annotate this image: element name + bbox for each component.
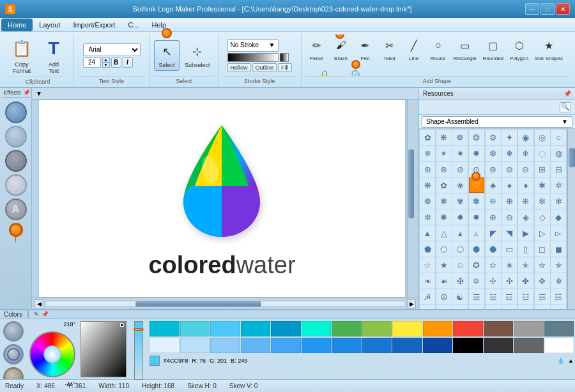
shape-cell[interactable]: ⊛ [420, 162, 435, 177]
effect-item-3[interactable] [5, 150, 27, 172]
shape-cell[interactable]: ♠ [502, 177, 517, 193]
shape-cell[interactable]: ◈ [518, 209, 533, 225]
palette-cell[interactable] [210, 338, 240, 353]
palette-cell[interactable] [514, 338, 544, 353]
palette-cell[interactable] [150, 338, 180, 353]
shape-cell[interactable]: ✪ [469, 257, 484, 273]
shape-cell[interactable]: ❋ [436, 130, 452, 145]
resources-scrollbar[interactable] [567, 129, 575, 309]
palette-cell[interactable] [302, 321, 332, 336]
canvas-area[interactable]: ▼ [32, 88, 418, 309]
palette-cell[interactable] [150, 321, 180, 336]
shape-cell[interactable]: ◍ [551, 146, 566, 161]
shape-cell[interactable]: ☲ [502, 289, 517, 305]
palette-cell[interactable] [302, 338, 332, 353]
palette-cell[interactable] [210, 321, 240, 336]
shape-cell[interactable]: ☴ [535, 289, 550, 305]
scroll-left-btn[interactable]: ◀ [34, 299, 43, 308]
shape-cell[interactable]: ◥ [502, 225, 517, 241]
canvas-workspace[interactable]: coloredwater [38, 100, 406, 298]
minimize-button[interactable]: — [525, 3, 539, 15]
shape-cell[interactable]: ▭ [502, 241, 517, 257]
palette-cell[interactable] [453, 338, 483, 353]
shape-cell[interactable]: ✻ [551, 193, 566, 209]
font-size-down[interactable]: ▼ [102, 63, 110, 68]
shape-cell[interactable]: ▻ [551, 225, 566, 241]
shape-cell[interactable]: ❁ [420, 193, 435, 209]
shape-cell[interactable]: △ [436, 225, 452, 241]
shape-cell[interactable]: ◎ [535, 130, 550, 145]
search-button[interactable]: 🔍 [560, 102, 571, 112]
effect-pin-item[interactable] [5, 223, 27, 250]
palette-cell[interactable] [362, 338, 392, 353]
colors-close-icon[interactable]: 📌 [42, 311, 49, 317]
shape-grid[interactable]: ✿ ❋ ☸ ❂ ⚙ ✦ ◉ ◎ ○ ✵ ✶ ✷ ✸ ❆ ❅ ❄ [419, 129, 567, 309]
palette-cell[interactable] [453, 321, 483, 336]
shape-cell[interactable]: ▷ [535, 225, 550, 241]
shape-cell[interactable]: ⬟ [420, 241, 435, 257]
stroke-display[interactable]: No Stroke ▼ [227, 39, 279, 52]
shape-cell[interactable]: ☱ [486, 289, 501, 305]
current-color-swatch[interactable] [150, 356, 160, 366]
shape-cell[interactable]: ❊ [486, 193, 501, 209]
shape-cell[interactable]: ◇ [535, 209, 550, 225]
shape-cell[interactable]: ✾ [452, 193, 468, 209]
shape-cell[interactable]: ◻ [535, 241, 550, 257]
shape-cell[interactable]: ◌ [535, 146, 550, 161]
shape-cell[interactable]: ▯ [518, 241, 533, 257]
zoom-button[interactable]: 🔍 Zoom [346, 64, 369, 76]
shape-cell[interactable]: ☙ [436, 273, 452, 289]
shape-cell[interactable]: ✶ [436, 146, 452, 161]
shape-cell[interactable]: ❉ [502, 193, 517, 209]
h-scroll-thumb[interactable] [135, 301, 261, 306]
gradient-canvas[interactable] [80, 321, 126, 377]
effect-item-4[interactable] [5, 174, 27, 196]
window-controls[interactable]: — □ ✕ [525, 3, 570, 15]
menu-item-home[interactable]: Home [1, 19, 33, 31]
outline-button[interactable]: Outline [252, 63, 277, 72]
shape-cell[interactable]: ⬡ [452, 241, 468, 257]
shape-cell[interactable]: ♣ [486, 177, 501, 193]
shape-cell[interactable]: ❧ [420, 273, 435, 289]
palette-cell[interactable] [544, 321, 574, 336]
bold-button[interactable]: B [111, 57, 121, 68]
shape-cell[interactable]: ⊚ [486, 162, 501, 177]
h-scroll-track[interactable] [45, 301, 406, 307]
shape-cell[interactable]: ✦ [502, 130, 517, 145]
brush-button[interactable]: 🖌 Brush [330, 34, 353, 63]
hollow-button[interactable]: Hollow [227, 63, 251, 72]
palette-cell[interactable] [544, 338, 574, 353]
shape-cell[interactable]: ✺ [436, 209, 452, 225]
shape-cell[interactable]: ❄ [518, 146, 533, 161]
shape-cell[interactable]: ✷ [452, 146, 468, 161]
shape-cell[interactable]: ✸ [469, 209, 484, 225]
palette-cell[interactable] [362, 321, 392, 336]
menu-item-layout[interactable]: Layout [33, 19, 66, 31]
shape-cell[interactable]: ✠ [452, 273, 468, 289]
menu-item-c[interactable]: C... [121, 19, 145, 31]
shape-cell[interactable]: ☯ [452, 289, 468, 305]
add-text-button[interactable]: T Add Text [38, 34, 69, 77]
shape-cell[interactable]: ◉ [518, 130, 533, 145]
font-select[interactable]: Arial [83, 43, 141, 56]
shape-cell[interactable]: ▲ [420, 225, 435, 241]
shape-cell[interactable]: ✮ [535, 257, 550, 273]
shape-cell[interactable]: ❂ [469, 130, 484, 145]
shape-cell[interactable]: ⊜ [502, 162, 517, 177]
shape-cell[interactable]: ⊞ [535, 162, 550, 177]
shape-type-select[interactable]: Shape-Assembled ▼ [422, 116, 572, 128]
shape-cell[interactable]: ✽ [469, 193, 484, 209]
shape-cell[interactable]: ❃ [436, 193, 452, 209]
shape-cell[interactable]: ⊟ [551, 162, 566, 177]
shape-cell[interactable]: ⬠ [436, 241, 452, 257]
pen-button[interactable]: ✒ Pen [354, 34, 377, 63]
shape-cell[interactable]: ✫ [486, 257, 501, 273]
shape-cell[interactable]: ❆ [486, 146, 501, 161]
opacity-slider-thumb[interactable] [133, 328, 144, 331]
shape-cell[interactable]: ⊘ [452, 162, 468, 177]
shape-cell[interactable]: ✿ [436, 177, 452, 193]
rounded-rectangle-button[interactable]: ▢ Rounded [480, 34, 506, 63]
shape-type-dropdown[interactable]: Shape-Assembled ▼ [419, 115, 575, 129]
palette-cell[interactable] [271, 321, 301, 336]
shape-cell[interactable]: ❇ [535, 193, 550, 209]
